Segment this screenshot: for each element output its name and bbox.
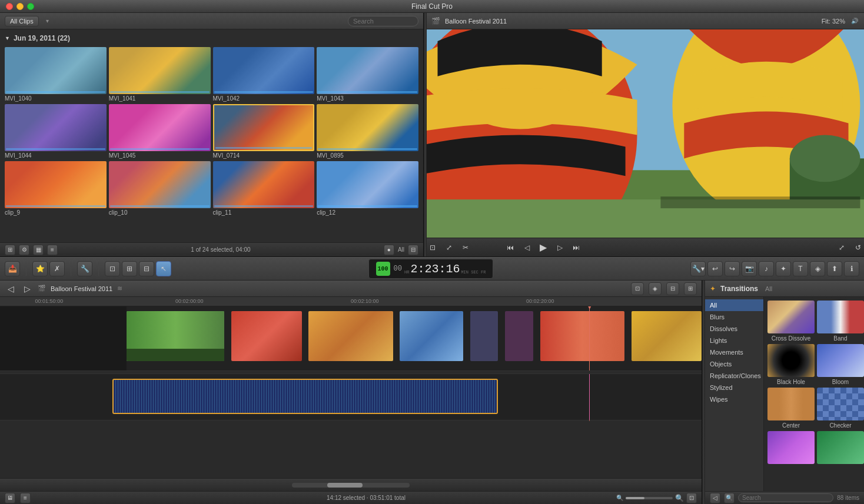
fit-control[interactable]: Fit: 32% bbox=[822, 18, 845, 25]
tools-dropdown[interactable]: 🔧▾ bbox=[690, 261, 706, 276]
clip-item-clip_10[interactable]: clip_10 bbox=[109, 161, 211, 216]
zoom-in-icon[interactable]: 🔍 bbox=[675, 494, 684, 502]
status-icon-1[interactable]: 🖥 bbox=[5, 493, 15, 503]
transitions-search-input[interactable] bbox=[738, 493, 833, 502]
enhance-button[interactable]: 🔧 bbox=[77, 261, 92, 276]
clip-item-MVI_0714[interactable]: MVI_0714 bbox=[213, 104, 315, 159]
timeline-tool-d[interactable]: ⊞ bbox=[684, 282, 697, 295]
timeline-clip-6[interactable] bbox=[505, 311, 533, 361]
filter-icon[interactable]: ● bbox=[384, 245, 394, 255]
zoom-out-icon[interactable]: 🔍 bbox=[616, 495, 623, 501]
transition-item-item8[interactable] bbox=[817, 431, 864, 466]
transitions-search-icon[interactable]: 🔍 bbox=[724, 493, 735, 503]
clip-thumbnail bbox=[109, 104, 211, 151]
favorites-button[interactable]: ⭐ bbox=[32, 261, 48, 276]
view-list-button[interactable]: ≡ bbox=[47, 245, 58, 255]
transition-category-stylized[interactable]: Stylized bbox=[705, 382, 763, 393]
transition-category-all[interactable]: All bbox=[705, 299, 763, 311]
transition-item-item7[interactable] bbox=[767, 431, 815, 466]
browser-content[interactable]: ▼ Jun 19, 2011 (22) MVI_1040 MVI_1041 MV… bbox=[0, 29, 423, 242]
fullscreen-button[interactable]: ⤢ bbox=[836, 242, 848, 253]
timeline-clip-1[interactable] bbox=[127, 311, 225, 361]
clip-item-MVI_0895[interactable]: MVI_0895 bbox=[317, 104, 418, 159]
info-button[interactable]: ℹ bbox=[844, 261, 859, 276]
minimize-button[interactable] bbox=[16, 3, 24, 10]
timeline-clip-4[interactable] bbox=[400, 311, 463, 361]
timeline-forward-button[interactable]: ▷ bbox=[21, 283, 33, 295]
clip-thumbnail bbox=[213, 161, 315, 208]
transition-item-bloom[interactable]: Bloom bbox=[817, 344, 864, 385]
transition-category-replicator-clones[interactable]: Replicator/Clones bbox=[705, 370, 763, 382]
zoom-slider[interactable] bbox=[626, 497, 673, 499]
effects-button[interactable]: ✦ bbox=[776, 261, 791, 276]
clip-item-MVI_1041[interactable]: MVI_1041 bbox=[109, 47, 211, 102]
timeline-clip-2[interactable] bbox=[231, 311, 301, 361]
timeline-tool-a[interactable]: ⊡ bbox=[631, 282, 644, 295]
clip-item-MVI_1043[interactable]: MVI_1043 bbox=[317, 47, 418, 102]
select-tool-button[interactable]: ↖ bbox=[156, 261, 171, 276]
share-button[interactable]: ⬆ bbox=[827, 261, 842, 276]
timeline-tool-b[interactable]: ◈ bbox=[649, 282, 662, 295]
import-button[interactable]: ⊞ bbox=[5, 245, 15, 255]
timeline-settings[interactable]: ⊡ bbox=[686, 493, 697, 503]
view-grid-button[interactable]: ▦ bbox=[33, 245, 44, 255]
timeline-content[interactable]: 00:01:50:00 00:02:00:00 00:02:10:00 00:0… bbox=[0, 297, 702, 478]
play-button[interactable]: ▶ bbox=[537, 242, 549, 253]
timeline-clip-5[interactable] bbox=[470, 311, 499, 361]
audio-button[interactable]: ♪ bbox=[759, 261, 774, 276]
import-media-button[interactable]: 📥 bbox=[5, 261, 20, 276]
undo-button[interactable]: ↩ bbox=[707, 261, 723, 276]
transition-category-movements[interactable]: Movements bbox=[705, 346, 763, 358]
clip-item-clip_11[interactable]: clip_11 bbox=[213, 161, 315, 216]
transform-button[interactable]: ⤢ bbox=[443, 242, 455, 253]
transition-category-blurs[interactable]: Blurs bbox=[705, 311, 763, 323]
transitions-grid[interactable]: Cross Dissolve Band Black Hole Bloom Cen… bbox=[764, 297, 864, 491]
transition-category-wipes[interactable]: Wipes bbox=[705, 393, 763, 405]
retiming-button[interactable]: ✂ bbox=[460, 242, 471, 253]
go-to-end-button[interactable]: ⏭ bbox=[570, 242, 582, 253]
transition-item-center[interactable]: Center bbox=[767, 388, 815, 429]
position-button[interactable]: ⊞ bbox=[122, 261, 137, 276]
clip-item-MVI_1044[interactable]: MVI_1044 bbox=[5, 104, 107, 159]
transition-category-objects[interactable]: Objects bbox=[705, 358, 763, 370]
timeline-clip-7[interactable] bbox=[540, 311, 624, 361]
generator-button[interactable]: ◈ bbox=[810, 261, 825, 276]
audio-clip[interactable] bbox=[112, 379, 499, 414]
range-button[interactable]: ⊟ bbox=[139, 261, 154, 276]
close-button[interactable] bbox=[6, 3, 13, 10]
go-to-start-button[interactable]: ⏮ bbox=[504, 242, 516, 253]
transition-category-dissolves[interactable]: Dissolves bbox=[705, 323, 763, 335]
timeline-clip-8[interactable] bbox=[632, 311, 702, 361]
transition-item-black-hole[interactable]: Black Hole bbox=[767, 344, 815, 385]
all-clips-dropdown[interactable]: All Clips bbox=[5, 16, 39, 26]
clip-item-MVI_1042[interactable]: MVI_1042 bbox=[213, 47, 315, 102]
maximize-button[interactable] bbox=[27, 3, 34, 10]
volume-icon[interactable]: 🔊 bbox=[850, 16, 859, 26]
search-input[interactable] bbox=[348, 16, 418, 26]
timeline-scrollbar[interactable] bbox=[5, 483, 697, 488]
step-forward-button[interactable]: ▷ bbox=[554, 242, 566, 253]
text-button[interactable]: T bbox=[793, 261, 808, 276]
clip-item-clip_12[interactable]: clip_12 bbox=[317, 161, 418, 216]
clip-item-MVI_1040[interactable]: MVI_1040 bbox=[5, 47, 107, 102]
clip-item-MVI_1045[interactable]: MVI_1045 bbox=[109, 104, 211, 159]
transition-category-lights[interactable]: Lights bbox=[705, 335, 763, 346]
timeline-clip-3[interactable] bbox=[308, 311, 393, 361]
settings-button[interactable]: ⚙ bbox=[19, 245, 29, 255]
timeline-tool-c[interactable]: ⊟ bbox=[666, 282, 679, 295]
transitions-back-button[interactable]: ◁ bbox=[710, 493, 720, 503]
snapshot-button[interactable]: 📷 bbox=[742, 261, 757, 276]
refresh-button[interactable]: ↺ bbox=[852, 242, 864, 253]
redo-button[interactable]: ↪ bbox=[725, 261, 740, 276]
reject-button[interactable]: ✗ bbox=[49, 261, 65, 276]
crop-button[interactable]: ⊡ bbox=[427, 242, 438, 253]
transition-item-band[interactable]: Band bbox=[817, 301, 864, 342]
status-icon-2[interactable]: ≡ bbox=[20, 493, 31, 503]
timeline-back-button[interactable]: ◁ bbox=[5, 283, 16, 295]
clip-item-clip_9[interactable]: clip_9 bbox=[5, 161, 107, 216]
trim-button[interactable]: ⊡ bbox=[105, 261, 120, 276]
step-back-button[interactable]: ◁ bbox=[521, 242, 533, 253]
sort-button[interactable]: ⊟ bbox=[408, 245, 418, 255]
transition-item-cross-dissolve[interactable]: Cross Dissolve bbox=[767, 301, 815, 342]
transition-item-checker[interactable]: Checker bbox=[817, 388, 864, 429]
